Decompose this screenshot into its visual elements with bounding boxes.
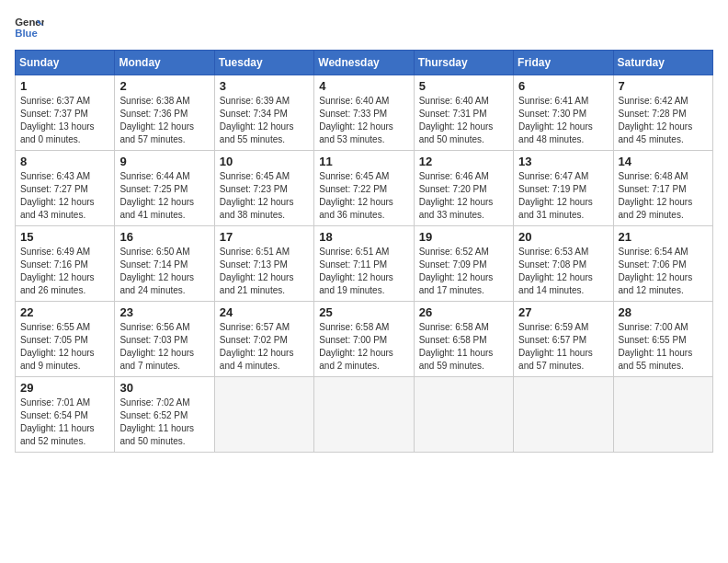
column-header-tuesday: Tuesday	[214, 51, 313, 75]
cell-info: Sunrise: 6:55 AMSunset: 7:05 PMDaylight:…	[20, 321, 109, 373]
cell-info: Sunrise: 6:51 AMSunset: 7:13 PMDaylight:…	[220, 246, 309, 297]
calendar-cell	[514, 377, 613, 453]
logo-icon: General Blue	[15, 15, 44, 40]
cell-info: Sunrise: 6:59 AMSunset: 6:57 PMDaylight:…	[518, 321, 608, 373]
calendar-cell	[214, 377, 313, 453]
cell-info: Sunrise: 6:58 AMSunset: 6:58 PMDaylight:…	[419, 321, 508, 373]
cell-info: Sunrise: 6:45 AMSunset: 7:22 PMDaylight:…	[319, 170, 408, 222]
day-number: 9	[119, 155, 209, 168]
calendar-cell: 12Sunrise: 6:46 AMSunset: 7:20 PMDayligh…	[414, 151, 513, 226]
cell-info: Sunrise: 6:49 AMSunset: 7:16 PMDaylight:…	[20, 246, 109, 297]
calendar-cell: 4Sunrise: 6:40 AMSunset: 7:33 PMDaylight…	[314, 75, 414, 151]
day-number: 25	[319, 305, 408, 319]
cell-info: Sunrise: 6:57 AMSunset: 7:02 PMDaylight:…	[220, 321, 309, 373]
column-header-saturday: Saturday	[613, 51, 712, 75]
calendar-cell: 7Sunrise: 6:42 AMSunset: 7:28 PMDaylight…	[613, 75, 712, 151]
column-header-monday: Monday	[115, 51, 214, 75]
cell-info: Sunrise: 6:43 AMSunset: 7:27 PMDaylight:…	[20, 170, 109, 222]
day-number: 8	[20, 155, 109, 168]
cell-info: Sunrise: 6:50 AMSunset: 7:14 PMDaylight:…	[119, 246, 209, 297]
day-number: 22	[20, 305, 109, 319]
week-row-3: 15Sunrise: 6:49 AMSunset: 7:16 PMDayligh…	[16, 226, 713, 302]
calendar-body: 1Sunrise: 6:37 AMSunset: 7:37 PMDaylight…	[16, 75, 713, 453]
cell-info: Sunrise: 6:46 AMSunset: 7:20 PMDaylight:…	[419, 170, 508, 222]
day-number: 12	[419, 155, 508, 168]
calendar-cell: 9Sunrise: 6:44 AMSunset: 7:25 PMDaylight…	[115, 151, 214, 226]
calendar-cell: 14Sunrise: 6:48 AMSunset: 7:17 PMDayligh…	[613, 151, 712, 226]
day-number: 20	[518, 230, 608, 244]
day-number: 13	[518, 155, 608, 168]
cell-info: Sunrise: 6:48 AMSunset: 7:17 PMDaylight:…	[619, 170, 708, 222]
cell-info: Sunrise: 6:58 AMSunset: 7:00 PMDaylight:…	[319, 321, 408, 373]
cell-info: Sunrise: 6:37 AMSunset: 7:37 PMDaylight:…	[20, 95, 109, 146]
week-row-2: 8Sunrise: 6:43 AMSunset: 7:27 PMDaylight…	[16, 151, 713, 226]
calendar-cell	[414, 377, 513, 453]
day-number: 18	[319, 230, 408, 244]
cell-info: Sunrise: 6:40 AMSunset: 7:33 PMDaylight:…	[319, 95, 408, 146]
day-number: 5	[419, 79, 508, 93]
calendar-cell: 30Sunrise: 7:02 AMSunset: 6:52 PMDayligh…	[115, 377, 214, 453]
column-header-friday: Friday	[514, 51, 613, 75]
calendar-cell: 26Sunrise: 6:58 AMSunset: 6:58 PMDayligh…	[414, 302, 513, 377]
calendar-cell: 17Sunrise: 6:51 AMSunset: 7:13 PMDayligh…	[214, 226, 313, 302]
day-number: 28	[619, 305, 708, 319]
column-header-wednesday: Wednesday	[314, 51, 414, 75]
svg-text:Blue: Blue	[15, 28, 38, 39]
calendar-cell: 25Sunrise: 6:58 AMSunset: 7:00 PMDayligh…	[314, 302, 414, 377]
day-number: 15	[20, 230, 109, 244]
calendar-cell: 5Sunrise: 6:40 AMSunset: 7:31 PMDaylight…	[414, 75, 513, 151]
week-row-5: 29Sunrise: 7:01 AMSunset: 6:54 PMDayligh…	[16, 377, 713, 453]
calendar-cell: 6Sunrise: 6:41 AMSunset: 7:30 PMDaylight…	[514, 75, 613, 151]
logo: General Blue	[15, 15, 44, 40]
calendar-cell: 1Sunrise: 6:37 AMSunset: 7:37 PMDaylight…	[16, 75, 115, 151]
calendar-cell: 13Sunrise: 6:47 AMSunset: 7:19 PMDayligh…	[514, 151, 613, 226]
calendar-cell: 10Sunrise: 6:45 AMSunset: 7:23 PMDayligh…	[214, 151, 313, 226]
calendar-cell: 29Sunrise: 7:01 AMSunset: 6:54 PMDayligh…	[16, 377, 115, 453]
cell-info: Sunrise: 6:52 AMSunset: 7:09 PMDaylight:…	[419, 246, 508, 297]
cell-info: Sunrise: 6:44 AMSunset: 7:25 PMDaylight:…	[119, 170, 209, 222]
week-row-4: 22Sunrise: 6:55 AMSunset: 7:05 PMDayligh…	[16, 302, 713, 377]
day-number: 29	[20, 381, 109, 395]
week-row-1: 1Sunrise: 6:37 AMSunset: 7:37 PMDaylight…	[16, 75, 713, 151]
calendar-cell: 16Sunrise: 6:50 AMSunset: 7:14 PMDayligh…	[115, 226, 214, 302]
cell-info: Sunrise: 6:41 AMSunset: 7:30 PMDaylight:…	[518, 95, 608, 146]
cell-info: Sunrise: 6:54 AMSunset: 7:06 PMDaylight:…	[619, 246, 708, 297]
calendar-cell: 15Sunrise: 6:49 AMSunset: 7:16 PMDayligh…	[16, 226, 115, 302]
day-number: 14	[619, 155, 708, 168]
day-number: 30	[119, 381, 209, 395]
cell-info: Sunrise: 6:42 AMSunset: 7:28 PMDaylight:…	[619, 95, 708, 146]
calendar-cell: 11Sunrise: 6:45 AMSunset: 7:22 PMDayligh…	[314, 151, 414, 226]
calendar-cell: 28Sunrise: 7:00 AMSunset: 6:55 PMDayligh…	[613, 302, 712, 377]
calendar-cell: 23Sunrise: 6:56 AMSunset: 7:03 PMDayligh…	[115, 302, 214, 377]
cell-info: Sunrise: 6:45 AMSunset: 7:23 PMDaylight:…	[220, 170, 309, 222]
calendar-table: SundayMondayTuesdayWednesdayThursdayFrid…	[15, 50, 713, 453]
calendar-cell: 19Sunrise: 6:52 AMSunset: 7:09 PMDayligh…	[414, 226, 513, 302]
cell-info: Sunrise: 7:02 AMSunset: 6:52 PMDaylight:…	[119, 396, 209, 448]
column-header-sunday: Sunday	[16, 51, 115, 75]
calendar-cell: 20Sunrise: 6:53 AMSunset: 7:08 PMDayligh…	[514, 226, 613, 302]
day-number: 16	[119, 230, 209, 244]
day-number: 11	[319, 155, 408, 168]
calendar-cell: 2Sunrise: 6:38 AMSunset: 7:36 PMDaylight…	[115, 75, 214, 151]
day-number: 19	[419, 230, 508, 244]
day-number: 2	[119, 79, 209, 93]
day-number: 3	[220, 79, 309, 93]
cell-info: Sunrise: 6:53 AMSunset: 7:08 PMDaylight:…	[518, 246, 608, 297]
cell-info: Sunrise: 6:39 AMSunset: 7:34 PMDaylight:…	[220, 95, 309, 146]
column-header-thursday: Thursday	[414, 51, 513, 75]
day-number: 24	[220, 305, 309, 319]
calendar-cell	[314, 377, 414, 453]
day-number: 23	[119, 305, 209, 319]
day-number: 21	[619, 230, 708, 244]
calendar-cell: 21Sunrise: 6:54 AMSunset: 7:06 PMDayligh…	[613, 226, 712, 302]
calendar-cell: 27Sunrise: 6:59 AMSunset: 6:57 PMDayligh…	[514, 302, 613, 377]
cell-info: Sunrise: 7:00 AMSunset: 6:55 PMDaylight:…	[619, 321, 708, 373]
day-number: 6	[518, 79, 608, 93]
day-number: 26	[419, 305, 508, 319]
cell-info: Sunrise: 6:40 AMSunset: 7:31 PMDaylight:…	[419, 95, 508, 146]
day-number: 1	[20, 79, 109, 93]
cell-info: Sunrise: 6:56 AMSunset: 7:03 PMDaylight:…	[119, 321, 209, 373]
calendar-cell: 24Sunrise: 6:57 AMSunset: 7:02 PMDayligh…	[214, 302, 313, 377]
calendar-cell: 22Sunrise: 6:55 AMSunset: 7:05 PMDayligh…	[16, 302, 115, 377]
cell-info: Sunrise: 6:51 AMSunset: 7:11 PMDaylight:…	[319, 246, 408, 297]
